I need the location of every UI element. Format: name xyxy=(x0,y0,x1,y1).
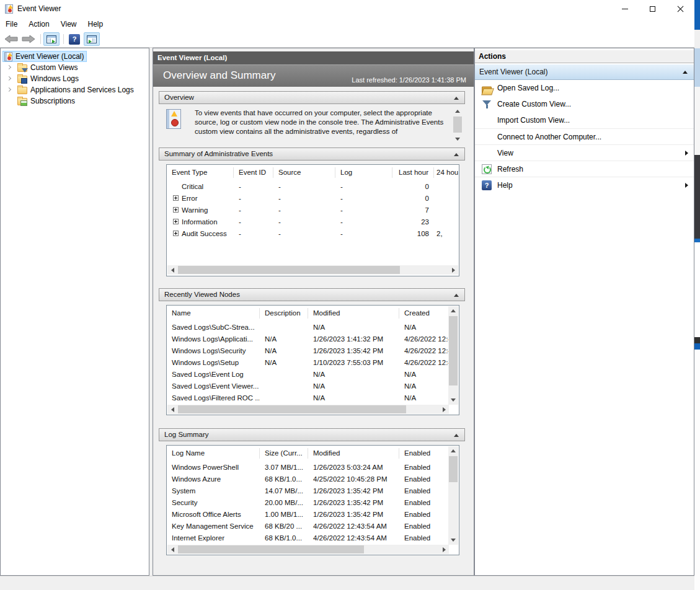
table-row[interactable]: Microsoft Office Alerts 1.00 MB/1... 1/2… xyxy=(167,508,459,520)
scrollbar-thumb[interactable] xyxy=(449,456,458,482)
help-button[interactable]: ? xyxy=(66,32,82,46)
scroll-down-icon[interactable] xyxy=(451,539,456,542)
action-item[interactable]: View xyxy=(475,144,694,161)
vertical-scrollbar[interactable] xyxy=(448,306,458,405)
scroll-right-icon[interactable] xyxy=(452,268,455,273)
column-header[interactable]: Description xyxy=(260,308,308,319)
column-header[interactable]: Size (Curr... xyxy=(260,448,308,459)
menu-help[interactable]: Help xyxy=(82,18,109,30)
actions-group-header[interactable]: Event Viewer (Local) xyxy=(475,64,694,80)
forward-button[interactable] xyxy=(20,32,37,46)
menu-action[interactable]: Action xyxy=(23,18,55,30)
expand-icon[interactable] xyxy=(173,219,179,224)
scroll-down-icon[interactable] xyxy=(451,398,456,402)
column-header[interactable]: 24 hou xyxy=(434,167,459,178)
overview-banner: Overview and Summary Last refreshed: 1/2… xyxy=(153,64,474,87)
collapse-icon[interactable] xyxy=(454,294,459,297)
table-row[interactable]: Saved Logs\Event Viewer... N/A N/A xyxy=(167,380,459,392)
minimize-button[interactable] xyxy=(611,0,639,17)
scroll-right-icon[interactable] xyxy=(443,547,446,552)
overview-scrollbar[interactable] xyxy=(453,107,463,144)
collapse-icon[interactable] xyxy=(454,97,459,100)
scrollbar-thumb[interactable] xyxy=(178,405,406,413)
recent-nodes-section-header[interactable]: Recently Viewed Nodes xyxy=(159,288,465,301)
menu-view[interactable]: View xyxy=(55,18,82,30)
horizontal-scrollbar[interactable] xyxy=(167,405,449,414)
scroll-up-icon[interactable] xyxy=(451,449,456,452)
action-item[interactable]: Help xyxy=(475,177,694,193)
scroll-left-icon[interactable] xyxy=(171,407,174,412)
scrollbar-thumb[interactable] xyxy=(449,316,458,385)
column-header[interactable]: Created xyxy=(399,308,450,319)
show-action-pane-button[interactable] xyxy=(84,32,100,46)
action-item[interactable]: Create Custom View... xyxy=(475,96,694,112)
scroll-left-icon[interactable] xyxy=(171,268,174,273)
table-row[interactable]: Windows Logs\Applicati... N/A 1/26/2023 … xyxy=(167,333,459,345)
table-row[interactable]: Audit Success - - - 108 2, xyxy=(167,227,459,239)
table-row[interactable]: Windows Logs\Setup N/A 1/10/2023 7:55:03… xyxy=(167,356,459,368)
column-header[interactable]: Enabled xyxy=(399,448,450,459)
table-row[interactable]: Internet Explorer 68 KB/1.0... 4/26/2022… xyxy=(167,532,459,542)
expand-icon[interactable] xyxy=(173,231,179,236)
admin-events-section-header[interactable]: Summary of Administrative Events xyxy=(159,148,465,161)
chevron-right-icon[interactable] xyxy=(7,65,11,69)
tree-item[interactable]: Applications and Services Logs xyxy=(1,84,149,95)
table-row[interactable]: Saved Logs\SubC-Strea... N/A N/A xyxy=(167,321,459,333)
column-header[interactable]: Event ID xyxy=(234,167,273,178)
expand-icon[interactable] xyxy=(173,207,179,213)
collapse-icon[interactable] xyxy=(683,71,688,74)
scrollbar-thumb[interactable] xyxy=(453,117,462,133)
tree-item[interactable]: Subscriptions xyxy=(1,95,149,107)
column-header[interactable]: Last hour xyxy=(392,167,434,178)
log-summary-section-header[interactable]: Log Summary xyxy=(159,428,465,441)
horizontal-scrollbar[interactable] xyxy=(167,265,458,275)
back-button[interactable] xyxy=(3,32,19,46)
tree-item[interactable]: Custom Views xyxy=(1,62,149,73)
table-row[interactable]: Saved Logs\Event Log N/A N/A xyxy=(167,368,459,380)
menu-file[interactable]: File xyxy=(0,18,23,30)
collapse-icon[interactable] xyxy=(454,434,459,437)
column-header[interactable]: Log xyxy=(335,167,392,178)
table-row[interactable]: System 14.07 MB/... 1/26/2023 1:35:42 PM… xyxy=(167,485,459,496)
scrollbar-thumb[interactable] xyxy=(178,545,364,553)
table-row[interactable]: Error - - - 0 xyxy=(167,192,459,204)
tree-item[interactable]: Event Viewer (Local) xyxy=(1,51,149,62)
table-row[interactable]: Key Management Service 68 KB/20 ... 4/26… xyxy=(167,520,459,532)
scrollbar-thumb[interactable] xyxy=(178,266,400,274)
scroll-right-icon[interactable] xyxy=(443,407,446,412)
chevron-right-icon[interactable] xyxy=(7,87,11,92)
column-header[interactable]: Modified xyxy=(308,308,399,319)
table-row[interactable]: Critical - - - 0 xyxy=(167,180,459,192)
horizontal-scrollbar[interactable] xyxy=(167,545,449,554)
column-header[interactable]: Modified xyxy=(308,448,399,459)
vertical-scrollbar[interactable] xyxy=(448,446,458,545)
close-button[interactable] xyxy=(667,0,694,17)
table-row[interactable]: Security 20.00 MB/... 1/26/2023 1:35:42 … xyxy=(167,496,459,508)
scroll-left-icon[interactable] xyxy=(171,547,174,552)
action-item[interactable]: Refresh xyxy=(475,161,694,177)
expand-icon[interactable] xyxy=(173,195,179,201)
show-console-tree-button[interactable] xyxy=(43,32,60,46)
scroll-down-icon[interactable] xyxy=(455,138,460,141)
maximize-button[interactable] xyxy=(639,0,667,17)
chevron-right-icon[interactable] xyxy=(7,76,11,81)
action-item[interactable]: Import Custom View... xyxy=(475,112,694,128)
scroll-up-icon[interactable] xyxy=(455,110,460,113)
table-row[interactable]: Warning - - - 7 xyxy=(167,204,459,216)
table-row[interactable]: Information - - - 23 xyxy=(167,216,459,227)
column-header[interactable]: Name xyxy=(167,308,260,319)
column-header[interactable]: Log Name xyxy=(167,448,260,459)
column-header[interactable]: Source xyxy=(273,167,335,178)
console-tree-panel: Event Viewer (Local) Custom Views xyxy=(0,48,149,576)
table-row[interactable]: Saved Logs\Filtered ROC ... N/A N/A xyxy=(167,392,459,403)
action-item[interactable]: Connect to Another Computer... xyxy=(475,128,694,144)
column-header[interactable]: Event Type xyxy=(167,167,234,178)
overview-section-header[interactable]: Overview xyxy=(159,91,465,104)
table-row[interactable]: Windows PowerShell 3.07 MB/1... 1/26/202… xyxy=(167,461,459,473)
scroll-up-icon[interactable] xyxy=(451,309,456,312)
tree-item[interactable]: Windows Logs xyxy=(1,73,149,84)
action-item[interactable]: Open Saved Log... xyxy=(475,80,694,96)
collapse-icon[interactable] xyxy=(454,153,459,156)
table-row[interactable]: Windows Logs\Security N/A 1/26/2023 1:35… xyxy=(167,345,459,356)
table-row[interactable]: Windows Azure 68 KB/1.0... 4/25/2022 10:… xyxy=(167,473,459,485)
